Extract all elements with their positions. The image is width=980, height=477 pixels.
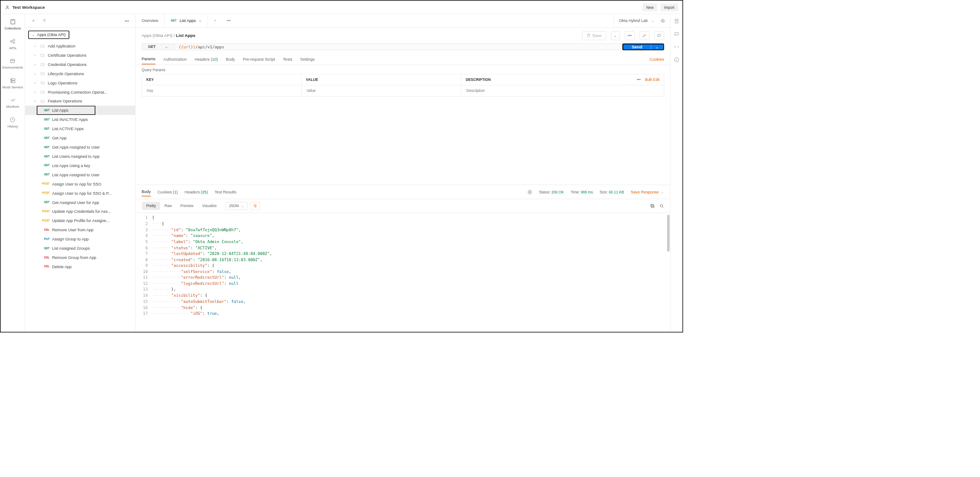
wrap-lines-button[interactable]: [250, 202, 260, 210]
rail-environments[interactable]: Environments: [2, 58, 23, 69]
rail-monitors[interactable]: Monitors: [6, 97, 19, 108]
request-item[interactable]: GETList Apps Using a key: [25, 161, 135, 170]
save-button[interactable]: Save: [582, 31, 606, 40]
environment-selector[interactable]: Okta Hybrid Lab ⌄: [614, 14, 670, 27]
import-button[interactable]: Import: [660, 3, 678, 11]
globe-icon[interactable]: [527, 189, 532, 194]
subtab-authorization[interactable]: Authorization: [163, 55, 186, 64]
tab-overflow-button[interactable]: •••: [223, 14, 235, 27]
bulk-edit-link[interactable]: Bulk Edit: [645, 77, 659, 82]
request-item[interactable]: PUTAssign Group to App: [25, 234, 135, 244]
code-icon[interactable]: [674, 44, 680, 50]
url-input[interactable]: {{url}}/api/v1/apps: [174, 44, 622, 50]
qp-value-input[interactable]: [306, 88, 457, 93]
subtab-prerequest[interactable]: Pre-request Script: [243, 55, 275, 64]
resp-tab-headers[interactable]: Headers (25): [185, 188, 208, 196]
view-raw[interactable]: Raw: [160, 202, 176, 210]
search-icon[interactable]: [659, 204, 664, 208]
save-response-button[interactable]: Save Response ⌄: [631, 189, 664, 194]
rail-collections[interactable]: Collections: [4, 18, 21, 30]
folder-icon: [40, 99, 45, 103]
workspace-selector[interactable]: Test Workspace: [5, 5, 45, 10]
eye-icon[interactable]: [660, 18, 665, 23]
request-label: List Apps: [52, 108, 68, 113]
view-visualize[interactable]: Visualize: [198, 202, 221, 210]
request-item[interactable]: GETList INACTIVE Apps: [25, 115, 135, 124]
folder-item[interactable]: ›Credential Operations: [25, 60, 135, 69]
request-item[interactable]: GETGet App: [25, 133, 135, 142]
qp-header-key: KEY: [142, 74, 302, 85]
request-label: List Users Assigned to App: [52, 154, 99, 158]
rail-mock-servers[interactable]: Mock Servers: [2, 77, 23, 89]
folder-item[interactable]: ›Certificate Operations: [25, 51, 135, 60]
breadcrumb: Apps (Okta API) / List Apps: [142, 33, 195, 38]
comments-icon[interactable]: [674, 31, 680, 37]
cookies-link[interactable]: Cookies: [650, 57, 664, 62]
svg-line-7: [12, 42, 13, 43]
rail-history[interactable]: History: [7, 117, 18, 128]
rail-apis[interactable]: APIs: [9, 38, 16, 49]
request-item[interactable]: GETList Apps Assigned to User: [25, 170, 135, 179]
request-method: GET: [40, 109, 50, 112]
request-method: POST: [40, 182, 50, 186]
format-selector[interactable]: JSON ⌄: [226, 202, 248, 210]
view-preview[interactable]: Preview: [176, 202, 197, 210]
folder-item[interactable]: ›Logo Operations: [25, 78, 135, 87]
request-item[interactable]: DELDelete App: [25, 262, 135, 271]
view-pretty[interactable]: Pretty: [142, 202, 160, 210]
resp-tab-tests[interactable]: Test Results: [215, 188, 236, 196]
subtab-params[interactable]: Params: [142, 54, 155, 64]
qp-more-icon[interactable]: •••: [637, 77, 641, 82]
new-tab-button[interactable]: ＋: [208, 14, 222, 27]
request-method: POST: [40, 192, 50, 195]
response-body[interactable]: 1[2····{3········"id": "0oa7wf7ejnQQ3nWN…: [135, 213, 670, 331]
resp-tab-cookies[interactable]: Cookies (1): [157, 188, 178, 196]
request-item[interactable]: DELRemove User from App: [25, 225, 135, 234]
subtab-body[interactable]: Body: [226, 55, 235, 64]
folder-item[interactable]: ›Provisioning Connection Operat...: [25, 87, 135, 97]
qp-desc-input[interactable]: [466, 88, 617, 93]
subtab-settings[interactable]: Settings: [300, 55, 315, 64]
copy-icon[interactable]: [650, 204, 655, 208]
subtab-headers[interactable]: Headers (10): [194, 55, 218, 64]
request-item[interactable]: POSTAssign User to App for SSO: [25, 179, 135, 189]
svg-point-3: [11, 40, 12, 42]
info-icon[interactable]: [674, 57, 680, 63]
close-icon[interactable]: ×: [199, 18, 201, 23]
qp-key-input[interactable]: [146, 88, 297, 93]
sidebar-more-button[interactable]: •••: [123, 18, 131, 24]
edit-button[interactable]: [640, 31, 649, 40]
request-item[interactable]: GETGet Apps Assigned to User: [25, 142, 135, 152]
resp-tab-body[interactable]: Body: [142, 188, 151, 197]
send-dropdown[interactable]: ⌄: [651, 44, 663, 49]
send-button[interactable]: Send: [623, 44, 651, 49]
save-dropdown[interactable]: ⌄: [611, 31, 620, 40]
request-item[interactable]: GETList ACTIVE Apps: [25, 124, 135, 133]
new-button[interactable]: New: [643, 3, 657, 11]
request-item[interactable]: GETList Assigned Groups: [25, 244, 135, 253]
sidebar-add-button[interactable]: ＋: [29, 18, 37, 24]
options-button[interactable]: •••: [625, 31, 634, 40]
folder-icon: [40, 62, 45, 66]
request-item[interactable]: GETList Users Assigned to App: [25, 152, 135, 161]
apis-icon: [9, 38, 16, 44]
subtab-tests[interactable]: Tests: [283, 55, 292, 64]
method-selector[interactable]: GET ⌄: [142, 44, 174, 50]
comments-button[interactable]: [654, 31, 664, 40]
request-item[interactable]: POSTUpdate App Credentials for Ass...: [25, 207, 135, 216]
scrollbar-thumb[interactable]: [667, 215, 670, 252]
sidebar-filter-button[interactable]: [40, 18, 48, 23]
request-item[interactable]: DELRemove Group from App: [25, 253, 135, 262]
folder-item[interactable]: ›Add Application: [25, 41, 135, 51]
docs-icon[interactable]: [674, 18, 680, 24]
request-item[interactable]: GETList Apps: [25, 106, 135, 115]
folder-item[interactable]: ›Lifecycle Operations: [25, 69, 135, 78]
request-item[interactable]: POSTUpdate App Profile for Assigne...: [25, 216, 135, 225]
folder-item[interactable]: ›Feature Operations: [25, 97, 135, 106]
collection-header[interactable]: ⌄ Apps (Okta API): [28, 31, 69, 39]
request-item[interactable]: GETGet Assigned User for App: [25, 198, 135, 207]
svg-rect-8: [11, 59, 15, 63]
tab-list-apps[interactable]: GET List Apps ×: [165, 14, 208, 27]
tab-overview[interactable]: Overview: [135, 14, 165, 27]
request-item[interactable]: POSTAssign User to App for SSO & P...: [25, 189, 135, 198]
